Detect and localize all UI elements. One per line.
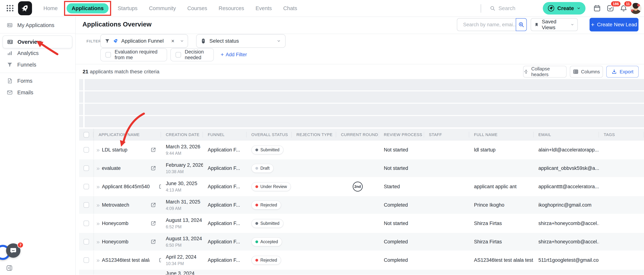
table-row[interactable]: » AS12346test test alala April 22, 2024 …: [79, 251, 644, 269]
nav-item-home[interactable]: Home: [38, 5, 63, 11]
nav-item-resources[interactable]: Resources: [213, 5, 250, 11]
status-filter-dropdown[interactable]: Select status: [196, 34, 286, 48]
application-name-cell[interactable]: » Honeycomb: [94, 214, 161, 233]
sidebar-item-funnels[interactable]: Funnels: [0, 59, 75, 71]
application-name[interactable]: LDL startup: [102, 147, 128, 153]
application-name-cell[interactable]: » AS12346test test alala: [94, 251, 161, 269]
calendar-button[interactable]: [593, 4, 601, 12]
nav-item-chats[interactable]: Chats: [278, 5, 303, 11]
table-row[interactable]: » Honeycomb August 13, 2024 6:52 PM Appl…: [79, 214, 644, 233]
filter-decision-needed[interactable]: Decision needed: [170, 48, 214, 61]
table-row[interactable]: » June 3, 2024: [79, 269, 644, 275]
nav-item-applications[interactable]: Applications: [66, 3, 108, 13]
advanced-search-button[interactable]: [516, 18, 527, 31]
application-name[interactable]: Honeycomb: [102, 221, 128, 226]
collapse-sidebar-button[interactable]: [6, 265, 13, 271]
row-checkbox[interactable]: [84, 202, 89, 208]
collapsed-header-band[interactable]: [79, 91, 644, 103]
column-header-9[interactable]: EMAIL: [534, 129, 599, 141]
column-header-3[interactable]: OVERALL STATUS: [246, 129, 292, 141]
clear-filter-icon[interactable]: ×: [171, 38, 174, 44]
table-row[interactable]: » LDL startup March 23, 2026 9:44 AM App…: [79, 141, 644, 159]
expand-row-icon[interactable]: »: [96, 257, 100, 263]
table-row[interactable]: » Honeycomb August 13, 2024 6:50 PM Appl…: [79, 233, 644, 251]
sidebar-item-emails[interactable]: Emails: [0, 87, 75, 98]
expand-row-icon[interactable]: »: [96, 184, 100, 190]
external-link-icon[interactable]: [158, 184, 161, 190]
application-name[interactable]: Applicant 86c45m540: [102, 184, 150, 190]
expand-row-icon[interactable]: »: [96, 239, 100, 245]
external-link-icon[interactable]: [150, 202, 156, 208]
row-checkbox[interactable]: [84, 165, 89, 171]
nav-item-events[interactable]: Events: [250, 5, 278, 11]
nav-item-courses[interactable]: Courses: [182, 5, 213, 11]
sidebar-item-my-applications[interactable]: My Applications: [0, 19, 75, 31]
nav-item-community[interactable]: Community: [143, 5, 182, 11]
user-avatar[interactable]: [630, 3, 642, 14]
application-name-cell[interactable]: »: [94, 270, 161, 275]
collapsed-header-band[interactable]: [79, 104, 644, 115]
column-header-2[interactable]: FUNNEL: [203, 129, 246, 141]
row-checkbox[interactable]: [84, 239, 89, 245]
sidebar-item-forms[interactable]: Forms: [0, 75, 75, 87]
column-header-8[interactable]: FULL NAME: [469, 129, 534, 141]
row-checkbox[interactable]: [84, 147, 89, 153]
nav-item-startups[interactable]: Startups: [112, 5, 143, 11]
create-new-lead-button[interactable]: + Create New Lead: [590, 18, 638, 31]
application-name-cell[interactable]: » Applicant 86c45m540: [94, 177, 161, 196]
collapse-headers-button[interactable]: Collapse headers: [523, 66, 566, 78]
checkbox[interactable]: [106, 52, 111, 57]
row-checkbox[interactable]: [84, 184, 89, 189]
column-header-10[interactable]: TAGS: [599, 129, 644, 141]
expand-row-icon[interactable]: »: [96, 165, 100, 171]
external-link-icon[interactable]: [150, 239, 156, 245]
columns-button[interactable]: Columns: [570, 66, 603, 78]
collapsed-header-band[interactable]: [79, 116, 644, 127]
notifications-button[interactable]: 11: [620, 4, 628, 12]
application-name[interactable]: evaluate: [102, 165, 121, 171]
external-link-icon[interactable]: [150, 220, 156, 226]
column-header-4[interactable]: REJECTION TYPE: [292, 129, 336, 141]
application-name[interactable]: AS12346test test alala: [102, 257, 150, 263]
app-grid-icon[interactable]: [6, 5, 14, 11]
sidebar-item-overview[interactable]: Overview: [2, 35, 72, 48]
expand-row-icon[interactable]: »: [96, 202, 100, 208]
checkbox[interactable]: [176, 52, 181, 57]
application-name-cell[interactable]: » LDL startup: [94, 141, 161, 159]
funnel-filter-dropdown[interactable]: Application Funnel ×: [100, 34, 188, 48]
global-search[interactable]: Search: [490, 0, 516, 16]
application-name[interactable]: Metrovatech: [102, 202, 129, 208]
application-name-cell[interactable]: » Metrovatech: [94, 196, 161, 214]
application-name-cell[interactable]: » Honeycomb: [94, 233, 161, 251]
brand-logo[interactable]: [18, 1, 32, 15]
tasks-button[interactable]: 186: [606, 4, 614, 12]
collapsed-header-band[interactable]: [79, 79, 644, 90]
saved-views-dropdown[interactable]: Saved Views: [531, 18, 578, 31]
sidebar-item-analytics[interactable]: Analytics: [0, 47, 75, 59]
table-row[interactable]: » Applicant 86c45m540 June 30, 2025 4:13…: [79, 177, 644, 196]
external-link-icon[interactable]: [150, 165, 156, 171]
filter-evaluation-required[interactable]: Evaluation required from me: [100, 48, 167, 61]
create-button[interactable]: Create: [543, 2, 586, 14]
table-search-input[interactable]: Search by name, emai...: [457, 18, 516, 31]
column-header-7[interactable]: STAFF: [424, 129, 469, 141]
application-name-cell[interactable]: » evaluate: [94, 159, 161, 177]
column-header-1[interactable]: CREATION DATE: [161, 129, 203, 141]
export-button[interactable]: Export: [606, 66, 639, 78]
application-name[interactable]: Honeycomb: [102, 239, 128, 245]
external-link-icon[interactable]: [150, 147, 156, 153]
row-checkbox[interactable]: [84, 257, 89, 263]
external-link-icon[interactable]: [158, 257, 161, 263]
sidebar-item-label: Funnels: [17, 62, 36, 68]
table-row[interactable]: » Metrovatech March 31, 2025 4:09 AM App…: [79, 196, 644, 214]
expand-row-icon[interactable]: »: [96, 147, 100, 153]
column-header-5[interactable]: CURRENT ROUND: [336, 129, 379, 141]
select-all-checkbox[interactable]: [84, 132, 89, 137]
add-filter-button[interactable]: + Add Filter: [220, 51, 247, 58]
plus-icon: +: [591, 21, 594, 28]
column-header-6[interactable]: REVIEW PROCESS: [379, 129, 424, 141]
row-checkbox[interactable]: [84, 221, 89, 226]
column-header-0[interactable]: APPLICATION NAME: [94, 129, 161, 141]
expand-row-icon[interactable]: »: [96, 220, 100, 226]
table-row[interactable]: » evaluate February 2, 2026 10:38 AM App…: [79, 159, 644, 177]
